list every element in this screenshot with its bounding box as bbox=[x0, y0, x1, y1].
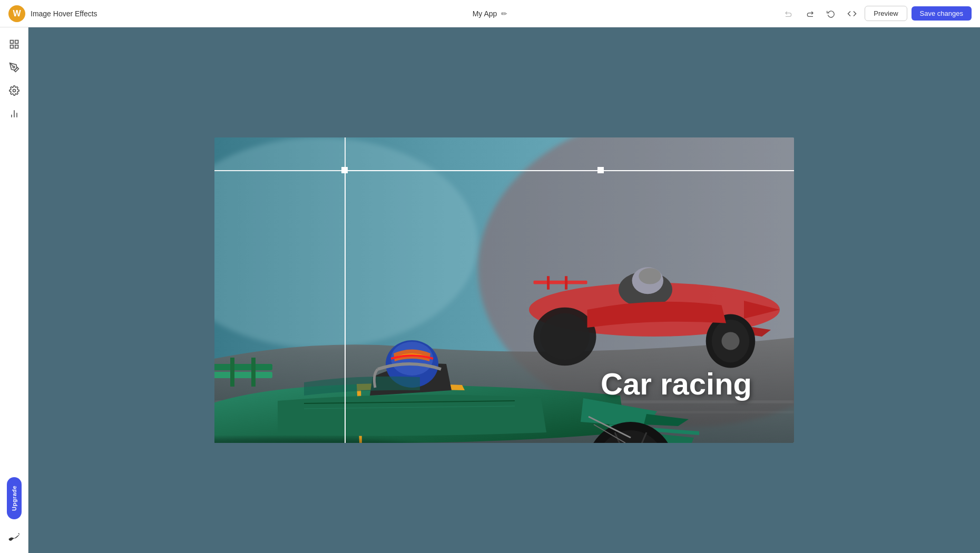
svg-rect-2 bbox=[10, 45, 13, 48]
image-container[interactable]: Car racing bbox=[214, 137, 794, 443]
svg-rect-36 bbox=[214, 372, 272, 378]
svg-point-25 bbox=[540, 313, 590, 360]
svg-rect-18 bbox=[534, 281, 587, 284]
edit-app-title-icon[interactable]: ✏ bbox=[501, 9, 507, 18]
undo-button[interactable] bbox=[780, 5, 797, 22]
bird-icon-container bbox=[4, 526, 25, 547]
sidebar-item-grid[interactable] bbox=[4, 34, 25, 55]
sidebar-item-settings[interactable] bbox=[4, 80, 25, 101]
svg-point-5 bbox=[13, 90, 15, 92]
canvas-area[interactable]: Car racing bbox=[28, 27, 980, 553]
bird-icon bbox=[7, 529, 22, 544]
svg-rect-37 bbox=[214, 364, 272, 370]
app-title: My App bbox=[473, 9, 497, 18]
sidebar-item-brush[interactable] bbox=[4, 57, 25, 78]
header-center: My App ✏ bbox=[473, 9, 508, 18]
svg-point-17 bbox=[639, 268, 661, 284]
app-logo: W bbox=[8, 5, 25, 22]
svg-rect-19 bbox=[547, 276, 550, 290]
header-left: W Image Hover Effects bbox=[8, 5, 97, 22]
header-right: Preview Save changes bbox=[780, 5, 972, 22]
svg-rect-0 bbox=[10, 41, 13, 44]
code-icon bbox=[847, 9, 857, 18]
svg-rect-39 bbox=[230, 358, 234, 387]
save-changes-button[interactable]: Save changes bbox=[912, 6, 972, 21]
restore-icon bbox=[827, 9, 835, 18]
svg-rect-20 bbox=[565, 276, 567, 290]
svg-rect-1 bbox=[15, 41, 18, 44]
upgrade-button[interactable]: Upgrade bbox=[7, 477, 22, 519]
preview-button[interactable]: Preview bbox=[865, 6, 907, 21]
redo-icon bbox=[806, 9, 814, 18]
svg-rect-3 bbox=[15, 45, 18, 48]
undo-icon bbox=[785, 9, 793, 18]
gear-icon bbox=[9, 85, 19, 96]
restore-button[interactable] bbox=[822, 5, 839, 22]
svg-point-23 bbox=[722, 332, 740, 350]
sidebar: Upgrade bbox=[0, 27, 28, 553]
sidebar-item-analytics[interactable] bbox=[4, 103, 25, 124]
svg-rect-40 bbox=[251, 358, 256, 387]
plugin-name: Image Hover Effects bbox=[31, 9, 97, 18]
chart-icon bbox=[9, 108, 19, 119]
svg-point-4 bbox=[13, 66, 14, 68]
brush-icon bbox=[9, 62, 19, 73]
code-button[interactable] bbox=[844, 5, 860, 22]
racing-image: Car racing bbox=[214, 137, 794, 443]
header: W Image Hover Effects My App ✏ bbox=[0, 0, 980, 27]
redo-button[interactable] bbox=[801, 5, 818, 22]
grid-icon bbox=[9, 39, 19, 50]
main-content: Upgrade bbox=[0, 27, 980, 553]
racing-scene-svg bbox=[214, 137, 794, 443]
